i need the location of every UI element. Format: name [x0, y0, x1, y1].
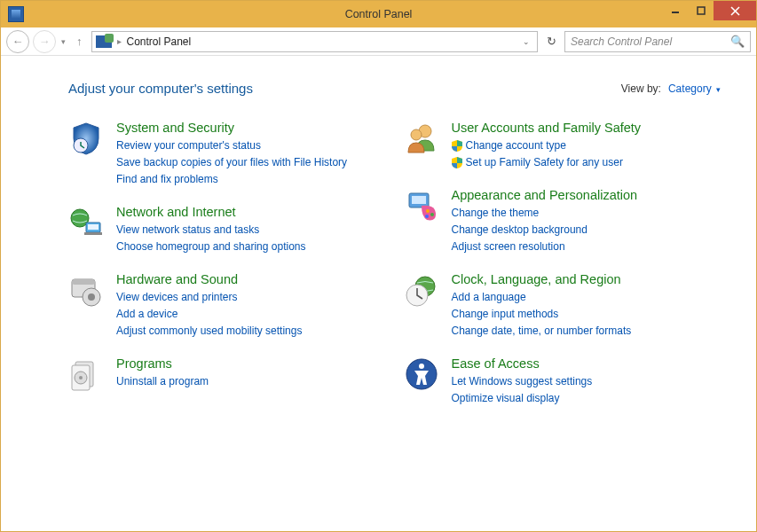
category-link[interactable]: Let Windows suggest settings — [452, 374, 593, 389]
uac-shield-icon — [452, 140, 462, 152]
category-clock-language: Clock, Language, and Region Add a langua… — [404, 272, 722, 339]
category-link[interactable]: Change date, time, or number formats — [452, 324, 632, 339]
svg-rect-8 — [84, 232, 102, 235]
user-accounts-icon — [404, 121, 439, 156]
refresh-button[interactable]: ↻ — [541, 35, 561, 48]
category-link[interactable]: Add a device — [116, 307, 302, 322]
hardware-sound-icon — [68, 272, 104, 308]
minimize-icon — [671, 6, 680, 15]
page-heading: Adjust your computer's settings — [68, 81, 253, 96]
network-internet-icon — [68, 205, 104, 240]
toolbar: ← → ▾ ↑ ▸ Control Panel ⌄ ↻ 🔍 — [1, 27, 756, 56]
category-link[interactable]: Change input methods — [452, 307, 632, 322]
category-title[interactable]: User Accounts and Family Safety — [452, 121, 642, 135]
category-user-accounts: User Accounts and Family Safety Change a… — [404, 121, 722, 170]
category-link[interactable]: Change account type — [452, 138, 642, 153]
link-text: Set up Family Safety for any user — [466, 155, 623, 170]
search-box[interactable]: 🔍 — [564, 31, 751, 52]
category-link[interactable]: Optimize visual display — [452, 391, 593, 406]
category-system-security: System and Security Review your computer… — [68, 121, 386, 187]
uac-shield-icon — [452, 157, 462, 168]
content-header: Adjust your computer's settings View by:… — [68, 81, 721, 96]
search-input[interactable] — [571, 35, 730, 48]
view-by-value: Category — [668, 82, 712, 95]
category-ease-of-access: Ease of Access Let Windows suggest setti… — [404, 356, 722, 406]
control-panel-icon — [96, 35, 112, 48]
category-title[interactable]: Clock, Language, and Region — [452, 272, 632, 286]
left-column: System and Security Review your computer… — [68, 121, 386, 424]
category-programs: Programs Uninstall a program — [68, 356, 386, 392]
category-link[interactable]: Choose homegroup and sharing options — [116, 239, 305, 254]
category-link[interactable]: Review your computer's status — [116, 138, 347, 153]
view-by-label: View by: — [621, 82, 661, 95]
category-title[interactable]: Programs — [116, 356, 209, 371]
svg-rect-1 — [698, 7, 705, 14]
close-button[interactable] — [714, 1, 756, 20]
category-title[interactable]: Ease of Access — [452, 356, 593, 371]
forward-button[interactable]: → — [33, 30, 56, 53]
breadcrumb-location[interactable]: Control Panel — [127, 35, 192, 48]
search-icon: 🔍 — [730, 35, 745, 48]
category-link[interactable]: Adjust commonly used mobility settings — [116, 324, 302, 339]
clock-language-icon — [404, 272, 439, 308]
category-link[interactable]: Save backup copies of your files with Fi… — [116, 155, 347, 170]
appearance-icon — [404, 188, 439, 223]
window-title: Control Panel — [1, 8, 756, 20]
category-title[interactable]: Network and Internet — [116, 205, 305, 219]
view-by-dropdown[interactable]: Category ▾ — [668, 82, 721, 95]
svg-point-16 — [79, 376, 83, 379]
category-link[interactable]: Set up Family Safety for any user — [452, 155, 642, 170]
category-link[interactable]: Change the theme — [452, 206, 638, 221]
breadcrumb-separator-icon: ▸ — [117, 36, 122, 46]
close-icon — [730, 6, 740, 16]
category-link[interactable]: View network status and tasks — [116, 223, 305, 238]
category-title[interactable]: Hardware and Sound — [116, 272, 302, 286]
category-hardware-sound: Hardware and Sound View devices and prin… — [68, 272, 386, 339]
category-link[interactable]: Change desktop background — [452, 223, 638, 238]
window-buttons — [662, 1, 756, 20]
link-text: Change account type — [466, 138, 566, 153]
system-security-icon — [68, 121, 104, 156]
category-link[interactable]: View devices and printers — [116, 290, 302, 305]
category-link[interactable]: Find and fix problems — [116, 172, 347, 187]
category-link[interactable]: Adjust screen resolution — [452, 239, 638, 254]
svg-rect-10 — [72, 279, 95, 285]
maximize-icon — [697, 6, 706, 15]
titlebar: Control Panel — [1, 1, 756, 27]
svg-point-23 — [425, 215, 429, 218]
svg-point-27 — [419, 364, 424, 369]
category-columns: System and Security Review your computer… — [68, 121, 721, 424]
svg-point-18 — [411, 129, 422, 140]
up-button[interactable]: ↑ — [71, 35, 88, 48]
right-column: User Accounts and Family Safety Change a… — [404, 121, 722, 424]
content-area: Adjust your computer's settings View by:… — [1, 56, 756, 442]
category-network-internet: Network and Internet View network status… — [68, 205, 386, 254]
minimize-button[interactable] — [662, 1, 689, 20]
recent-locations-button[interactable]: ▾ — [59, 37, 67, 46]
category-link[interactable]: Uninstall a program — [116, 374, 209, 389]
category-title[interactable]: Appearance and Personalization — [452, 188, 638, 202]
address-bar[interactable]: ▸ Control Panel ⌄ — [91, 31, 539, 52]
svg-point-21 — [426, 209, 430, 213]
category-title[interactable]: System and Security — [116, 121, 347, 135]
svg-rect-20 — [412, 196, 426, 204]
svg-point-12 — [88, 293, 95, 301]
view-by: View by: Category ▾ — [621, 82, 721, 95]
maximize-button[interactable] — [689, 1, 714, 20]
ease-of-access-icon — [404, 356, 439, 392]
back-button[interactable]: ← — [6, 30, 29, 53]
address-dropdown-icon[interactable]: ⌄ — [519, 37, 533, 46]
chevron-down-icon: ▾ — [716, 85, 721, 94]
svg-rect-7 — [88, 224, 99, 230]
svg-point-22 — [430, 213, 434, 216]
programs-icon — [68, 356, 104, 392]
category-appearance: Appearance and Personalization Change th… — [404, 188, 722, 254]
category-link[interactable]: Add a language — [452, 290, 632, 305]
